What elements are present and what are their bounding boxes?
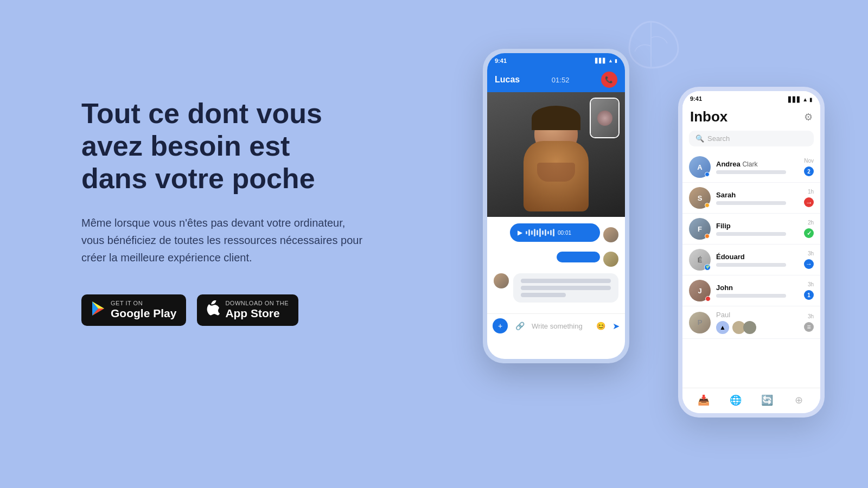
search-icon: 🔍	[695, 134, 704, 143]
attach-button[interactable]: 🔗	[512, 318, 527, 333]
app-store-text: Download on the App Store	[225, 300, 289, 320]
incoming-avatar	[494, 273, 509, 288]
conv-name-paul: Paul	[716, 311, 799, 319]
incoming-message	[494, 273, 618, 303]
text-line-1	[521, 279, 611, 283]
audio-time: 00:01	[558, 230, 571, 236]
google-play-text: GET IT ON Google Play	[111, 300, 176, 320]
conv-badge-john: 1	[804, 290, 814, 300]
sent-bubble	[557, 252, 600, 262]
play-icon: ▶	[518, 229, 522, 236]
signal-icon2: ▋▋▋ ▲ ▮	[788, 97, 813, 102]
end-call-button[interactable]: 📞	[601, 72, 617, 88]
chat-area: ▶ 00:01	[487, 217, 625, 313]
message-input[interactable]: Write something	[532, 322, 589, 330]
conv-right-filip: 2h ✓	[804, 220, 814, 238]
conversation-list: A Andrea Clark Nov 2 S	[682, 152, 820, 388]
emoji-button[interactable]: 😊	[593, 318, 608, 333]
phone1-status-bar: 9:41 ▋▋▋ ▲ ▮	[487, 53, 625, 68]
bottom-navigation: 📥 🌐 🔄 ⊕	[682, 388, 820, 413]
video-area	[487, 92, 625, 217]
app-store-button[interactable]: Download on the App Store	[197, 294, 298, 325]
call-duration: 01:52	[552, 76, 570, 84]
conv-name-sarah: Sarah	[716, 191, 799, 199]
flag-filip	[705, 234, 710, 239]
add-button[interactable]: +	[493, 318, 508, 333]
battery-icon: ▮	[615, 58, 617, 63]
online-indicator	[705, 172, 710, 177]
wifi-icon: ▲	[608, 58, 613, 63]
filter-icon[interactable]: ⚙	[804, 111, 813, 123]
inbox-nav-icon[interactable]: 📥	[696, 393, 711, 408]
cta-buttons: GET IT ON Google Play Download on the Ap…	[81, 294, 363, 325]
conv-item-sarah[interactable]: S Sarah 1h →	[682, 183, 820, 214]
conv-item-edouard[interactable]: É 🌍 Édouard 3h →	[682, 245, 820, 275]
conv-time-paul: 3h	[808, 313, 814, 319]
incoming-text	[513, 273, 618, 303]
conv-right-sarah: 1h →	[804, 189, 814, 207]
google-play-icon	[91, 300, 105, 319]
conv-name-john: John	[716, 284, 799, 292]
phone2-status-icons: ▋▋▋ ▲ ▮	[788, 94, 813, 104]
conv-preview-sarah	[716, 201, 786, 205]
call-contact-name: Lucas	[495, 75, 520, 85]
refresh-nav-icon[interactable]: 🔄	[760, 393, 775, 408]
avatar-filip: F	[689, 218, 711, 240]
conv-badge-filip: ✓	[804, 228, 814, 238]
conv-preview-andrea	[716, 170, 786, 174]
conv-preview-edouard	[716, 263, 786, 267]
avatar-paul: P	[689, 312, 711, 333]
phone-video-call: 9:41 ▋▋▋ ▲ ▮ Lucas 01:52 📞	[483, 49, 629, 363]
avatar-andrea: A	[689, 156, 711, 178]
conv-time-john: 3h	[808, 281, 814, 287]
avatar-john: J	[689, 280, 711, 301]
phones-mockup: 9:41 ▋▋▋ ▲ ▮ Lucas 01:52 📞	[456, 33, 825, 455]
video-main	[487, 92, 625, 217]
audio-bubble: ▶ 00:01	[510, 223, 600, 242]
google-play-button[interactable]: GET IT ON Google Play	[81, 294, 186, 325]
phone1-time: 9:41	[495, 57, 507, 64]
conv-item-andrea[interactable]: A Andrea Clark Nov 2	[682, 152, 820, 183]
conv-time-andrea: Nov	[804, 158, 814, 164]
conv-time-edouard: 3h	[808, 251, 814, 256]
conv-name-andrea: Andrea Clark	[716, 160, 799, 168]
search-placeholder: Search	[707, 134, 730, 143]
call-header: Lucas 01:52 📞	[487, 68, 625, 92]
conv-name-filip: Filip	[716, 222, 799, 230]
phone2-time: 9:41	[690, 95, 702, 102]
conv-right-edouard: 3h →	[804, 251, 814, 269]
chat-input-bar: + 🔗 Write something 😊 ➤	[487, 313, 625, 338]
app-store-top-label: Download on the	[225, 300, 289, 306]
merge-icon: ▲	[716, 321, 729, 334]
conv-info-andrea: Andrea Clark	[716, 160, 799, 174]
conv-preview-filip	[716, 232, 786, 236]
audio-message: ▶ 00:01	[494, 223, 618, 246]
online-indicator-sarah	[705, 203, 710, 208]
inbox-header: Inbox ⚙	[682, 106, 820, 131]
menu-nav-icon[interactable]: ⊕	[792, 393, 807, 408]
subtitle-text: Même lorsque vous n'êtes pas devant votr…	[81, 214, 363, 266]
text-line-2	[521, 286, 611, 290]
conv-item-john[interactable]: J John 3h 1	[682, 275, 820, 306]
sender-avatar	[603, 227, 618, 242]
app-store-bottom-label: App Store	[225, 306, 289, 320]
conv-preview-john	[716, 294, 786, 298]
search-bar[interactable]: 🔍 Search	[689, 131, 814, 146]
phone1-status-icons: ▋▋▋ ▲ ▮	[595, 58, 617, 63]
globe-nav-icon[interactable]: 🌐	[728, 393, 743, 408]
conv-item-paul[interactable]: P Paul ▲ 3h ≡	[682, 306, 820, 339]
conv-item-filip[interactable]: F Filip 2h ✓	[682, 214, 820, 245]
conv-info-sarah: Sarah	[716, 191, 799, 205]
conv-info-john: John	[716, 284, 799, 298]
conv-badge-paul: ≡	[804, 322, 814, 332]
conv-info-edouard: Édouard	[716, 253, 799, 267]
signal-icon: ▋▋▋	[595, 58, 607, 63]
conv-badge-edouard: →	[804, 259, 814, 269]
send-button[interactable]: ➤	[612, 321, 620, 331]
conv-right-andrea: Nov 2	[804, 158, 814, 176]
conv-time-sarah: 1h	[808, 189, 814, 195]
apple-icon	[207, 300, 220, 319]
avatar-overlap2	[743, 321, 756, 334]
conv-name-edouard: Édouard	[716, 253, 799, 261]
waveform	[526, 228, 554, 237]
